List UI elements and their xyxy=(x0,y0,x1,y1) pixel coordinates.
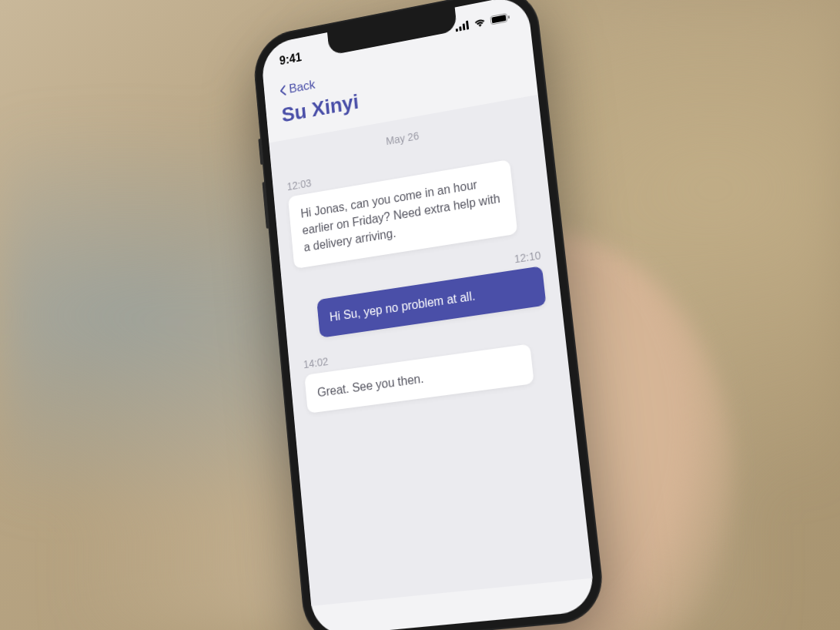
svg-rect-0 xyxy=(455,28,457,32)
svg-rect-1 xyxy=(459,26,461,31)
status-icons xyxy=(454,12,510,32)
chat-body[interactable]: May 26 12:03 Hi Jonas, can you come in a… xyxy=(269,95,592,606)
cellular-signal-icon xyxy=(454,20,469,32)
message-group: 14:02 Great. See you then. xyxy=(303,323,554,414)
battery-icon xyxy=(490,12,510,25)
svg-rect-3 xyxy=(466,21,469,30)
svg-rect-2 xyxy=(462,23,465,30)
back-label: Back xyxy=(288,77,316,96)
wifi-icon xyxy=(473,17,486,28)
status-time: 9:41 xyxy=(279,51,302,68)
chevron-left-icon xyxy=(279,84,286,97)
svg-rect-6 xyxy=(507,15,509,18)
message-group: 12:03 Hi Jonas, can you come in an hour … xyxy=(286,139,538,269)
back-button[interactable]: Back xyxy=(279,77,316,98)
phone-screen: 9:41 Bac xyxy=(259,0,596,630)
